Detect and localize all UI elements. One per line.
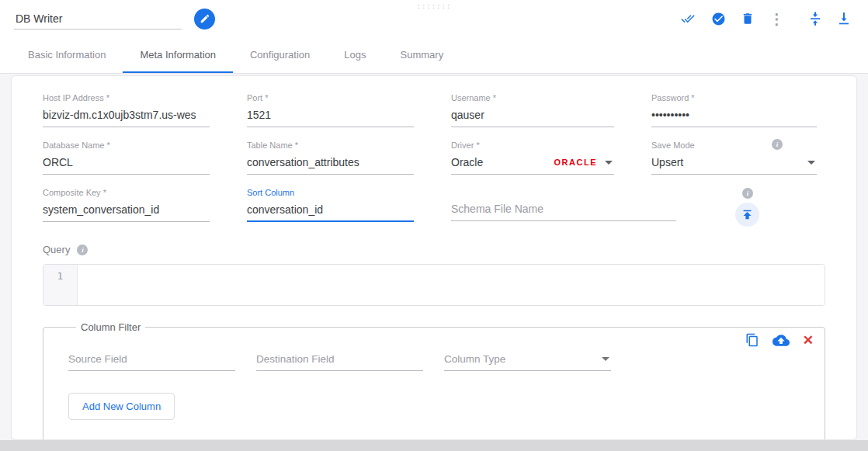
more-vert-icon: ⋮ (769, 12, 784, 26)
info-icon[interactable]: i (77, 245, 88, 255)
driver-label: Driver * (451, 141, 614, 150)
query-label-row: Query i (43, 244, 825, 255)
tab-label: Basic Information (28, 49, 106, 61)
username-input[interactable] (451, 106, 614, 127)
column-type-select[interactable]: Column Type (444, 350, 611, 371)
vertical-align-center-icon (808, 12, 822, 26)
chevron-down-icon (605, 161, 613, 165)
double-check-icon (679, 12, 696, 26)
schema-file-field (451, 188, 676, 227)
meta-information-panel: Host IP Address * Port * Username * Pass… (11, 75, 857, 440)
pencil-icon (200, 13, 210, 24)
host-ip-field: Host IP Address * (43, 93, 210, 127)
upload-columns-button[interactable] (773, 334, 790, 347)
vertical-align-bottom-icon (837, 12, 851, 26)
main-area: Host IP Address * Port * Username * Pass… (0, 74, 868, 440)
align-center-button[interactable] (808, 12, 822, 26)
validate-button[interactable] (679, 12, 696, 26)
align-bottom-button[interactable] (837, 12, 851, 26)
form-row-2: Database Name * Table Name * Driver * Or… (43, 141, 825, 175)
table-name-input[interactable] (247, 153, 414, 175)
tab-label: Configuration (250, 49, 310, 61)
driver-select[interactable]: Oracle ORACLE (451, 153, 614, 175)
close-icon: ✕ (803, 334, 814, 347)
password-input[interactable] (651, 106, 817, 127)
save-mode-field: i Save Mode Upsert (651, 141, 817, 175)
save-mode-value: Upsert (651, 156, 683, 168)
column-type-placeholder: Column Type (444, 353, 505, 365)
trash-icon (741, 12, 755, 26)
copy-icon (745, 333, 759, 347)
oracle-logo: ORACLE (554, 158, 597, 167)
copy-columns-button[interactable] (745, 333, 759, 347)
form-row-3: Composite Key * Sort Column i (43, 188, 825, 227)
cloud-upload-icon (773, 334, 790, 347)
task-name-input[interactable] (14, 9, 182, 29)
host-ip-label: Host IP Address * (43, 93, 210, 102)
tab-summary[interactable]: Summary (384, 37, 461, 73)
upload-icon (741, 208, 754, 221)
column-filter-row: Column Type (68, 350, 800, 371)
column-filter-toolbar: ✕ (745, 333, 814, 347)
check-circle-icon (711, 12, 726, 26)
password-field: Password * (651, 93, 817, 127)
table-name-label: Table Name * (247, 141, 414, 150)
query-editor-input[interactable] (78, 265, 825, 305)
info-icon[interactable]: i (772, 139, 783, 150)
edit-button[interactable] (194, 9, 215, 29)
info-icon[interactable]: i (742, 188, 753, 199)
query-label: Query (43, 244, 70, 255)
schema-file-input[interactable] (451, 199, 676, 221)
sort-column-field: Sort Column (247, 188, 414, 227)
port-field: Port * (247, 93, 414, 127)
remove-column-filter-button[interactable]: ✕ (803, 334, 814, 347)
host-ip-input[interactable] (43, 106, 210, 127)
destination-field (256, 350, 423, 371)
header-toolbar: ⋮ (679, 12, 851, 26)
column-filter-group: Column Filter ✕ (43, 321, 825, 440)
source-field-input[interactable] (68, 350, 235, 371)
database-name-input[interactable] (43, 153, 210, 175)
column-filter-legend: Column Filter (76, 321, 145, 333)
username-field: Username * (451, 93, 614, 127)
chevron-down-icon (602, 357, 609, 361)
driver-value: Oracle (451, 156, 483, 168)
database-name-field: Database Name * (43, 141, 210, 175)
chevron-down-icon (807, 161, 815, 165)
table-name-field: Table Name * (247, 141, 414, 175)
query-editor: 1 (43, 264, 825, 306)
tab-configuration[interactable]: Configuration (233, 37, 327, 73)
tab-meta-information[interactable]: Meta Information (123, 37, 233, 73)
database-name-label: Database Name * (43, 141, 210, 150)
password-label: Password * (651, 93, 817, 102)
composite-key-label: Composite Key * (43, 188, 210, 197)
tab-bar: Basic Information Meta Information Confi… (0, 37, 868, 74)
save-mode-select[interactable]: Upsert (651, 153, 817, 175)
upload-schema-button[interactable] (735, 203, 759, 227)
tab-basic-information[interactable]: Basic Information (11, 37, 123, 73)
destination-field-input[interactable] (256, 350, 423, 371)
column-type-field: Column Type (444, 350, 611, 371)
composite-key-input[interactable] (43, 200, 210, 222)
tab-label: Meta Information (140, 49, 216, 61)
more-options-button[interactable]: ⋮ (769, 12, 784, 26)
form-row-1: Host IP Address * Port * Username * Pass… (43, 93, 825, 127)
schema-upload-cell: i (713, 188, 825, 227)
drag-handle-icon[interactable]: ::::::: (417, 2, 452, 10)
save-mode-label: Save Mode (651, 141, 817, 150)
sort-column-label: Sort Column (247, 188, 414, 197)
port-label: Port * (247, 93, 414, 102)
tab-label: Summary (401, 49, 444, 61)
username-label: Username * (451, 93, 614, 102)
tab-label: Logs (344, 49, 366, 61)
save-button[interactable] (711, 12, 726, 26)
port-input[interactable] (247, 106, 414, 127)
line-number-gutter: 1 (43, 265, 78, 305)
sort-column-input[interactable] (247, 200, 414, 222)
window-bottom-strip (0, 440, 868, 451)
add-new-column-button[interactable]: Add New Column (68, 393, 175, 420)
source-field (68, 350, 235, 371)
tab-logs[interactable]: Logs (327, 37, 383, 73)
delete-button[interactable] (741, 12, 755, 26)
driver-field: Driver * Oracle ORACLE (451, 141, 614, 175)
